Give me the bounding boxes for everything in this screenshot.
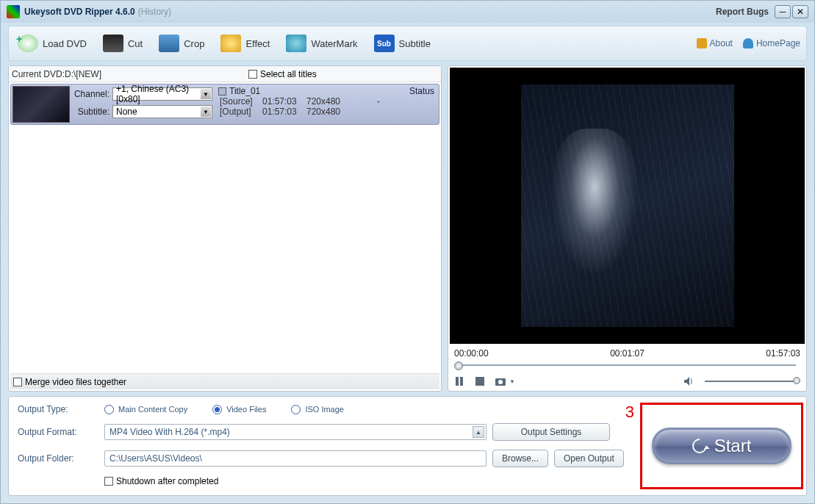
source-duration: 01:57:03: [262, 96, 301, 107]
source-resolution: 720x480: [306, 96, 351, 107]
start-button[interactable]: Start: [652, 428, 791, 464]
time-display: 00:00:00 00:01:07 01:57:03: [448, 345, 806, 359]
effect-icon: [220, 35, 241, 52]
effect-button[interactable]: Effect: [218, 32, 273, 55]
app-title: Ukeysoft DVD Ripper 4.6.0: [24, 7, 135, 17]
load-dvd-button[interactable]: Load DVD: [15, 32, 90, 55]
dvd-header: Current DVD:D:\[NEW] Select all titles: [9, 66, 441, 82]
time-current: 00:01:07: [610, 348, 645, 359]
preview-frame: [521, 84, 734, 327]
title-thumbnail: [12, 86, 70, 123]
shutdown-checkbox[interactable]: Shutdown after completed: [104, 476, 218, 486]
about-link[interactable]: About: [697, 38, 733, 48]
refresh-icon: [689, 436, 710, 456]
sub-icon: Sub: [374, 35, 395, 52]
watermark-button[interactable]: WaterMark: [283, 32, 360, 55]
stop-button[interactable]: [475, 376, 485, 386]
preview-pane: 00:00:00 00:01:07 01:57:03 ▼: [448, 65, 807, 392]
crop-icon: [159, 35, 179, 52]
video-preview: [450, 68, 805, 344]
crop-button[interactable]: Crop: [156, 32, 207, 55]
output-format-field[interactable]: MP4 Video With H.264 (*.mp4)▲: [104, 424, 487, 440]
slider-thumb[interactable]: [454, 361, 463, 370]
svg-point-4: [498, 380, 503, 384]
output-duration: 01:57:03: [262, 107, 301, 117]
chevron-up-icon[interactable]: ▲: [473, 426, 484, 438]
title-name: Title_01: [218, 86, 260, 96]
title-row[interactable]: Channel: +1, Chinese (AC3) [0x80]▼ Subti…: [10, 84, 439, 125]
app-version: 4.6.0: [115, 7, 135, 17]
subtitle-label: Subtitle:: [73, 107, 109, 117]
volume-icon[interactable]: [684, 376, 694, 386]
app-icon: [7, 5, 20, 18]
radio-iso-image[interactable]: ISO Image: [291, 405, 344, 414]
dvd-icon: [18, 35, 38, 52]
app-name: Ukeysoft DVD Ripper: [24, 7, 113, 17]
output-resolution: 720x480: [306, 107, 351, 117]
pause-button[interactable]: [454, 376, 464, 386]
history-link[interactable]: (History): [138, 7, 171, 17]
open-output-button[interactable]: Open Output: [554, 450, 624, 467]
output-label: [Output]: [220, 107, 256, 117]
merge-label: Merge video files together: [25, 377, 126, 387]
title-list-pane: Current DVD:D:\[NEW] Select all titles C…: [8, 65, 442, 392]
close-button[interactable]: ✕: [792, 5, 808, 18]
chevron-down-icon: ▼: [201, 89, 211, 99]
checkbox-icon: [248, 70, 257, 79]
snapshot-button[interactable]: ▼: [495, 376, 515, 386]
main-toolbar: Load DVD Cut Crop Effect WaterMark SubSu…: [8, 26, 807, 61]
select-all-label: Select all titles: [260, 69, 317, 79]
water-icon: [286, 35, 306, 52]
merge-checkbox[interactable]: Merge video files together: [13, 377, 126, 387]
title-checkbox-icon[interactable]: [218, 87, 226, 96]
shutdown-label: Shutdown after completed: [116, 476, 218, 486]
browse-button[interactable]: Browse...: [492, 450, 548, 467]
subtitle-select[interactable]: None▼: [112, 105, 212, 118]
channel-select[interactable]: +1, Chinese (AC3) [0x80]▼: [112, 87, 212, 101]
report-bugs-link[interactable]: Report Bugs: [716, 7, 769, 17]
checkbox-icon: [13, 378, 22, 386]
radio-main-content[interactable]: Main Content Copy: [104, 405, 187, 414]
time-end: 01:57:03: [766, 348, 800, 359]
subtitle-button[interactable]: SubSubtitle: [371, 32, 434, 55]
home-icon: [743, 38, 753, 48]
output-settings-button[interactable]: Output Settings: [492, 423, 610, 441]
volume-thumb[interactable]: [793, 377, 800, 384]
svg-rect-2: [475, 377, 484, 386]
volume-slider[interactable]: [705, 381, 800, 382]
source-label: [Source]: [220, 96, 256, 107]
cut-button[interactable]: Cut: [100, 32, 146, 55]
info-icon: [697, 38, 707, 48]
chevron-down-icon: ▼: [201, 107, 211, 117]
app-window: Ukeysoft DVD Ripper 4.6.0 (History) Repo…: [0, 0, 815, 504]
time-start: 00:00:00: [454, 348, 489, 359]
select-all-checkbox[interactable]: Select all titles: [248, 69, 317, 79]
status-header: Status: [409, 86, 434, 96]
source-status: -: [356, 96, 401, 107]
seek-slider[interactable]: [454, 360, 800, 370]
callout-number: 3: [625, 403, 634, 422]
output-panel: Output Type: Main Content Copy Video Fil…: [8, 396, 807, 496]
titlebar: Ukeysoft DVD Ripper 4.6.0 (History) Repo…: [1, 1, 814, 23]
channel-label: Channel:: [73, 89, 109, 99]
output-type-label: Output Type:: [18, 404, 98, 414]
film-icon: [103, 35, 123, 52]
svg-rect-1: [460, 377, 463, 386]
radio-video-files[interactable]: Video Files: [212, 405, 266, 414]
output-folder-label: Output Folder:: [18, 453, 98, 464]
svg-marker-5: [684, 377, 689, 386]
svg-rect-0: [456, 377, 459, 386]
homepage-link[interactable]: HomePage: [743, 38, 800, 48]
minimize-button[interactable]: ─: [775, 5, 791, 18]
current-dvd-label: Current DVD:D:\[NEW]: [12, 69, 101, 79]
output-folder-field[interactable]: C:\Users\ASUS\Videos\: [104, 450, 487, 467]
output-format-label: Output Format:: [18, 427, 98, 437]
checkbox-icon: [104, 477, 113, 486]
